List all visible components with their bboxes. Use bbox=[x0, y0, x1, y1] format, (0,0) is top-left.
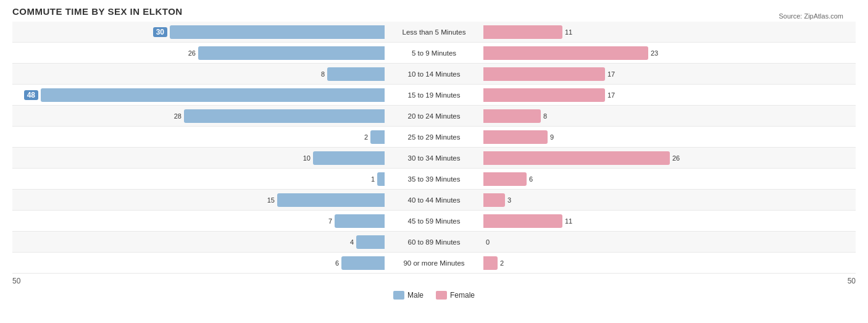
female-bar bbox=[483, 172, 527, 186]
legend-male-box bbox=[393, 291, 404, 300]
male-value: 15 bbox=[267, 196, 275, 204]
female-value: 9 bbox=[550, 133, 554, 141]
male-bar bbox=[341, 256, 385, 270]
male-value: 4 bbox=[350, 238, 354, 246]
female-bar bbox=[483, 193, 505, 207]
male-value: 30 bbox=[153, 27, 167, 37]
male-bar bbox=[198, 46, 385, 60]
legend: Male Female bbox=[12, 291, 856, 300]
chart-container: 30Less than 5 Minutes11265 to 9 Minutes2… bbox=[12, 22, 856, 300]
female-value: 8 bbox=[543, 112, 547, 120]
legend-female-label: Female bbox=[450, 291, 475, 300]
row-label: Less than 5 Minutes bbox=[385, 28, 483, 36]
female-bar bbox=[483, 67, 605, 81]
male-bar bbox=[277, 193, 385, 207]
row-label: 5 to 9 Minutes bbox=[385, 49, 483, 57]
female-bar bbox=[483, 109, 541, 123]
male-bar bbox=[377, 172, 385, 186]
chart-row: 265 to 9 Minutes23 bbox=[12, 43, 856, 64]
row-label: 25 to 29 Minutes bbox=[385, 133, 483, 141]
female-value: 11 bbox=[565, 217, 572, 225]
male-bar bbox=[356, 235, 385, 249]
male-value: 2 bbox=[364, 133, 368, 141]
female-bar bbox=[483, 130, 548, 144]
female-value: 2 bbox=[500, 259, 504, 267]
female-value: 3 bbox=[507, 196, 511, 204]
chart-row: 225 to 29 Minutes9 bbox=[12, 127, 856, 148]
male-value: 28 bbox=[174, 112, 182, 120]
male-value: 1 bbox=[371, 175, 375, 183]
chart-title: COMMUTE TIME BY SEX IN ELKTON bbox=[12, 6, 856, 17]
male-bar bbox=[41, 88, 385, 102]
male-bar bbox=[335, 214, 385, 228]
row-label: 10 to 14 Minutes bbox=[385, 70, 483, 78]
male-bar bbox=[370, 130, 385, 144]
chart-row: 1540 to 44 Minutes3 bbox=[12, 190, 856, 211]
female-value: 11 bbox=[565, 28, 572, 36]
chart-row: 690 or more Minutes2 bbox=[12, 253, 856, 274]
male-bar bbox=[313, 151, 385, 165]
chart-row: 1030 to 34 Minutes26 bbox=[12, 148, 856, 169]
female-value: 23 bbox=[651, 49, 658, 57]
male-value: 48 bbox=[24, 90, 38, 100]
chart-row: 2820 to 24 Minutes8 bbox=[12, 106, 856, 127]
male-bar bbox=[327, 67, 385, 81]
chart-row: 4815 to 19 Minutes17 bbox=[12, 85, 856, 106]
row-label: 40 to 44 Minutes bbox=[385, 196, 483, 204]
female-value: 0 bbox=[486, 238, 490, 246]
female-value: 26 bbox=[672, 154, 680, 162]
chart-row: 30Less than 5 Minutes11 bbox=[12, 22, 856, 43]
chart-row: 135 to 39 Minutes6 bbox=[12, 169, 856, 190]
legend-female: Female bbox=[436, 291, 475, 300]
legend-male-label: Male bbox=[407, 291, 424, 300]
female-bar bbox=[483, 151, 670, 165]
male-bar bbox=[184, 109, 385, 123]
female-bar bbox=[483, 46, 648, 60]
row-label: 45 to 59 Minutes bbox=[385, 217, 483, 225]
chart-row: 745 to 59 Minutes11 bbox=[12, 211, 856, 232]
row-label: 90 or more Minutes bbox=[385, 259, 483, 267]
chart-row: 810 to 14 Minutes17 bbox=[12, 64, 856, 85]
female-bar bbox=[483, 214, 562, 228]
axis-right-label: 50 bbox=[848, 277, 856, 285]
legend-male: Male bbox=[393, 291, 424, 300]
source-label: Source: ZipAtlas.com bbox=[778, 12, 843, 20]
male-value: 6 bbox=[335, 259, 339, 267]
male-value: 10 bbox=[303, 154, 311, 162]
male-bar bbox=[170, 25, 385, 39]
female-value: 17 bbox=[607, 70, 615, 78]
legend-female-box bbox=[436, 291, 447, 300]
male-value: 7 bbox=[328, 217, 332, 225]
row-label: 60 to 89 Minutes bbox=[385, 238, 483, 246]
female-value: 17 bbox=[607, 91, 615, 99]
chart-row: 460 to 89 Minutes0 bbox=[12, 232, 856, 253]
male-value: 26 bbox=[188, 49, 196, 57]
male-value: 8 bbox=[321, 70, 325, 78]
female-bar bbox=[483, 88, 605, 102]
female-value: 6 bbox=[529, 175, 533, 183]
female-bar bbox=[483, 256, 498, 270]
axis-left-label: 50 bbox=[12, 277, 20, 285]
female-bar bbox=[483, 25, 562, 39]
row-label: 20 to 24 Minutes bbox=[385, 112, 483, 120]
row-label: 35 to 39 Minutes bbox=[385, 175, 483, 183]
row-label: 30 to 34 Minutes bbox=[385, 154, 483, 162]
row-label: 15 to 19 Minutes bbox=[385, 91, 483, 99]
axis-row: 50 50 bbox=[12, 274, 856, 288]
